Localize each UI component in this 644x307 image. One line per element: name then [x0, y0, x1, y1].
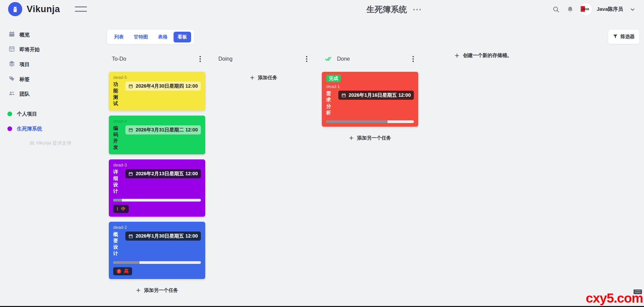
bucket-title: Doing	[218, 56, 233, 62]
sidebar-item-overview[interactable]: 概览	[0, 27, 101, 42]
plus-icon	[454, 53, 460, 58]
plus-icon	[349, 135, 354, 141]
user-avatar[interactable]: Java	[580, 3, 592, 16]
users-icon	[8, 90, 15, 98]
sidebar-item-label: 项目	[20, 61, 30, 68]
project-label: 个人项目	[17, 111, 37, 117]
sidebar-item-label: 团队	[20, 91, 30, 97]
task-id: dead-4	[113, 119, 201, 124]
task-title: 详细设计	[113, 169, 122, 194]
avatar-text: Java	[582, 7, 589, 11]
top-bar: Vikunja 生死簿系统 Java Java陈序员	[0, 0, 644, 19]
user-name: Java陈序员	[597, 6, 623, 12]
priority-badge: ! 中	[113, 205, 129, 213]
calendar-icon	[128, 234, 133, 239]
task-card[interactable]: dead-2 概要设计 2026年1月30日星期五 12:00 ! 高	[109, 222, 205, 279]
sidebar-item-labels[interactable]: 标签	[0, 72, 101, 87]
priority-exclamation-icon: !	[117, 206, 118, 212]
layers-icon	[8, 60, 15, 68]
sidebar-item-projects[interactable]: 项目	[0, 57, 101, 72]
sidebar-item-label: 即将开始	[20, 47, 40, 53]
priority-alert-icon: !	[117, 269, 121, 274]
filter-label: 筛选器	[620, 34, 635, 40]
task-title: 功能测试	[113, 81, 122, 107]
tag-icon	[8, 75, 15, 83]
task-title: 概要设计	[113, 231, 122, 257]
priority-label: 高	[124, 268, 129, 274]
project-color-dot	[7, 126, 12, 131]
title-options-icon[interactable]	[412, 7, 422, 12]
bucket-menu-icon[interactable]	[198, 55, 202, 63]
watermark-text: cxy5.com	[586, 291, 643, 306]
calendar-icon	[128, 84, 133, 89]
task-title: 编码开发	[113, 125, 122, 151]
llama-logo-icon	[8, 2, 22, 16]
add-another-task-button[interactable]: 添加另一个任务	[322, 135, 418, 141]
bucket-doing: Doing 添加任务	[215, 55, 312, 81]
sidebar-project-current[interactable]: 生死簿系统	[0, 121, 101, 136]
sidebar-project-personal[interactable]: 个人项目	[0, 106, 101, 121]
calendar-icon	[8, 31, 15, 39]
task-card[interactable]: dead-5 功能测试 2026年4月30日星期四 12:00	[109, 72, 205, 111]
progress-bar	[113, 261, 201, 264]
tab-kanban[interactable]: 看板	[174, 32, 191, 42]
progress-bar	[113, 199, 201, 202]
due-date-badge: 2026年1月16日星期五 12:00	[338, 91, 414, 100]
powered-by-text: 由 Vikunja 提供支持	[0, 140, 101, 146]
create-bucket-button[interactable]: 创建一个新的存储桶。	[454, 52, 512, 59]
task-id: dead-3	[113, 162, 201, 167]
priority-label: 中	[121, 206, 126, 212]
plus-icon	[250, 75, 255, 80]
view-switcher: 列表 甘特图 表格 看板	[107, 30, 194, 44]
progress-bar	[326, 120, 414, 123]
add-another-task-button[interactable]: 添加另一个任务	[109, 287, 205, 294]
bucket-todo: To-Do dead-5 功能测试 2026年4月30日星期四 12:00 de…	[109, 55, 205, 294]
task-title: 需求分析	[326, 90, 335, 116]
task-id: dead-2	[113, 225, 201, 230]
page-title: 生死簿系统	[367, 4, 407, 15]
task-card[interactable]: dead-4 编码开发 2026年3月31日星期二 12:00	[109, 116, 205, 154]
tab-list[interactable]: 列表	[110, 32, 128, 42]
task-id: dead-5	[113, 75, 201, 80]
app-logo[interactable]: Vikunja	[8, 2, 60, 16]
priority-badge: ! 高	[113, 267, 132, 275]
project-color-dot	[7, 112, 12, 116]
sidebar-item-upcoming[interactable]: 即将开始	[0, 42, 101, 57]
chevron-down-icon[interactable]	[628, 5, 637, 14]
bucket-title: Done	[337, 56, 350, 62]
calendar-icon	[128, 128, 133, 132]
bucket-done: Done 完成 dead-1 需求分析 2026年1月16日星期五 12:00 …	[322, 55, 418, 141]
search-icon[interactable]	[551, 5, 561, 14]
plus-icon	[136, 288, 141, 293]
task-card[interactable]: 完成 dead-1 需求分析 2026年1月16日星期五 12:00	[322, 72, 418, 127]
app-name: Vikunja	[27, 4, 60, 14]
bucket-menu-icon[interactable]	[411, 55, 415, 63]
sidebar: 概览 即将开始 项目 标签 团队 个人项目 生死簿系统 由 Vikunja 提供…	[0, 19, 101, 146]
due-date-badge: 2026年2月13日星期五 12:00	[125, 169, 201, 178]
calendar-icon	[341, 93, 346, 98]
sidebar-item-label: 概览	[20, 32, 30, 38]
task-id: dead-1	[326, 84, 414, 89]
tab-gantt[interactable]: 甘特图	[130, 32, 152, 42]
add-task-button[interactable]: 添加任务	[215, 74, 312, 81]
task-card[interactable]: dead-3 详细设计 2026年2月13日星期五 12:00 ! 中	[109, 159, 205, 217]
bucket-title: To-Do	[112, 56, 126, 62]
upcoming-calendar-icon	[8, 45, 15, 54]
sidebar-item-label: 标签	[20, 76, 30, 83]
due-date-badge: 2026年3月31日星期二 12:00	[125, 125, 201, 134]
bucket-menu-icon[interactable]	[305, 55, 309, 63]
notifications-bell-icon[interactable]	[565, 5, 575, 14]
due-date-badge: 2026年1月30日星期五 12:00	[125, 232, 201, 241]
filter-button[interactable]: 筛选器	[608, 30, 639, 44]
project-label: 生死簿系统	[17, 126, 42, 132]
sidebar-item-teams[interactable]: 团队	[0, 87, 101, 101]
tab-table[interactable]: 表格	[154, 32, 172, 42]
funnel-icon	[613, 34, 618, 40]
calendar-icon	[128, 172, 133, 176]
done-double-check-icon	[325, 56, 332, 62]
menu-toggle-icon[interactable]	[75, 6, 87, 12]
due-date-badge: 2026年4月30日星期四 12:00	[125, 82, 201, 91]
done-badge: 完成	[326, 75, 341, 82]
